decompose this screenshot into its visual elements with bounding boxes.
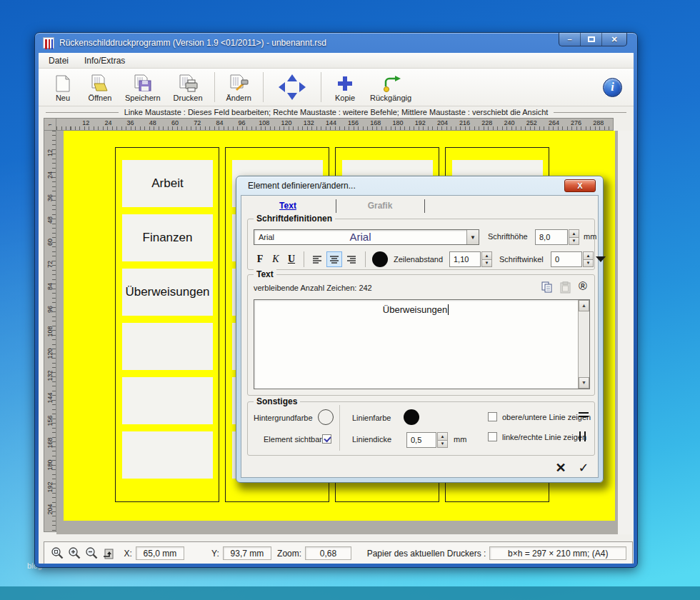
format-separator [304,251,304,267]
canvas-cell[interactable]: Überweisungen [122,269,213,316]
font-angle-field[interactable]: 0 [551,251,582,267]
spin-up-icon[interactable]: ▲ [583,251,594,260]
line-color-swatch[interactable] [404,409,419,425]
pan-view-button[interactable] [269,71,316,103]
hruler-number: 192 [415,119,426,126]
font-color-swatch[interactable] [372,251,388,267]
dialog-close-button[interactable]: X [564,179,596,192]
align-right-button[interactable] [344,251,359,267]
canvas-cell[interactable] [122,431,213,479]
hruler-number: 288 [593,119,604,126]
canvas-cell[interactable] [122,377,213,424]
zoom-in-button[interactable] [67,546,82,561]
font-height-field[interactable]: 8,0 [535,229,568,245]
hruler-number: 120 [281,119,291,126]
new-button[interactable]: Neu [44,71,81,104]
tab-grafik[interactable]: Grafik [337,199,423,212]
menu-datei[interactable]: Datei [49,56,69,66]
canvas-cell[interactable] [122,323,213,370]
save-button[interactable]: Speichern [119,71,167,104]
hruler-number: 60 [171,119,179,126]
element-visible-label: Element sichtbar [264,435,322,444]
open-button[interactable]: Öffnen [81,71,119,104]
plus-icon [336,73,354,93]
line-width-spinner: 0,5 ▲▼ [406,432,448,448]
line-color-label: Linienfarbe [352,414,391,422]
vruler-number: 120 [44,348,56,359]
vruler-number: 192 [44,481,56,493]
maximize-icon [588,36,595,42]
spin-down-icon[interactable]: ▼ [569,238,579,246]
hruler-number: 84 [216,119,223,126]
spin-down-icon[interactable]: ▼ [437,441,448,449]
hint-text: Linke Maustaste : Dieses Feld bearbeiten… [119,108,554,116]
copy-icon[interactable] [541,281,554,296]
spin-down-icon[interactable]: ▼ [481,260,492,268]
titlebar[interactable]: Rückenschilddruckprogramm (Version 1.9 <… [35,33,637,53]
text-input-area[interactable]: Überweisungen ▲ ▼ [254,299,590,389]
toolbar: Neu Öffnen Speichern [39,69,634,106]
spin-down-icon[interactable]: ▼ [583,260,594,268]
vertical-ruler: 1224364860728496108120132144156168180192… [44,131,56,532]
x-position-field[interactable]: 65,0 mm [136,546,184,560]
canvas-cell[interactable]: Finanzen [122,214,213,261]
spin-up-icon[interactable]: ▲ [569,229,579,238]
y-position-field[interactable]: 93,7 mm [223,546,271,560]
bold-button[interactable]: F [254,252,266,266]
textarea-scrollbar[interactable]: ▲ ▼ [578,300,589,389]
vruler-number: 144 [44,392,56,404]
info-button[interactable]: i [603,78,622,97]
undo-arrow-icon [380,73,401,93]
hammer-icon [228,73,249,93]
font-group: Schriftdefinitionen Arial Arial ▼ Schrif… [247,219,595,270]
copy-button[interactable]: Kopie [326,71,364,104]
scroll-up-icon[interactable]: ▲ [579,300,589,311]
tab-text[interactable]: Text [249,199,327,212]
window-title: Rückenschilddruckprogramm (Version 1.9 <… [59,38,326,48]
zoom-fit-button[interactable] [50,546,65,561]
font-family-combobox[interactable]: Arial Arial ▼ [254,229,479,245]
print-button[interactable]: Drucken [167,71,209,104]
paste-icon[interactable] [559,281,571,296]
vruler-number: 12 [44,147,56,159]
align-left-button[interactable] [309,251,325,267]
font-height-unit: mm [584,232,596,241]
close-button[interactable]: ✕ [602,33,626,46]
element-visible-checkbox[interactable] [322,434,331,444]
pan-page-button[interactable] [101,546,116,561]
vruler-number: 108 [44,326,56,337]
hruler-number: 132 [304,119,314,126]
canvas-cell[interactable]: Arbeit [122,160,213,207]
zoom-out-button[interactable] [84,546,99,561]
maximize-button[interactable] [581,33,602,46]
underline-button[interactable]: U [285,252,298,266]
chevron-down-icon[interactable]: ▼ [466,230,479,244]
undo-button[interactable]: Rückgängig [364,71,418,104]
scroll-down-icon[interactable]: ▼ [579,377,589,389]
angle-dropdown-icon[interactable] [596,256,606,262]
window-controls: – ✕ [559,33,627,46]
spin-up-icon[interactable]: ▲ [481,251,492,260]
dialog-titlebar[interactable]: Element definieren/ändern... [236,176,603,195]
hint-row: Linke Maustaste : Dieses Feld bearbeiten… [39,106,634,118]
toolbar-separator [263,72,264,102]
font-height-label: Schrifthöhe [488,232,528,241]
left-right-line-checkbox[interactable] [488,432,497,441]
cancel-button[interactable]: ✕ [551,459,570,476]
registered-symbol-button[interactable]: ® [579,280,587,293]
zoom-field[interactable]: 0,68 [305,546,351,560]
line-width-field[interactable]: 0,5 [406,432,436,448]
align-center-button[interactable] [326,251,342,267]
modify-button[interactable]: Ändern [220,71,258,104]
background-color-swatch[interactable] [318,409,334,425]
ok-button[interactable]: ✓ [574,459,593,476]
hruler-number: 96 [239,119,246,126]
line-spacing-field[interactable]: 1,10 [449,251,481,267]
zoom-label: Zoom: [277,549,301,559]
minimize-button[interactable]: – [559,33,581,46]
spin-up-icon[interactable]: ▲ [437,432,448,441]
italic-button[interactable]: K [269,252,282,266]
menu-info-extras[interactable]: Info/Extras [84,56,125,66]
text-caret [448,304,449,315]
top-bottom-line-checkbox[interactable] [488,412,497,421]
